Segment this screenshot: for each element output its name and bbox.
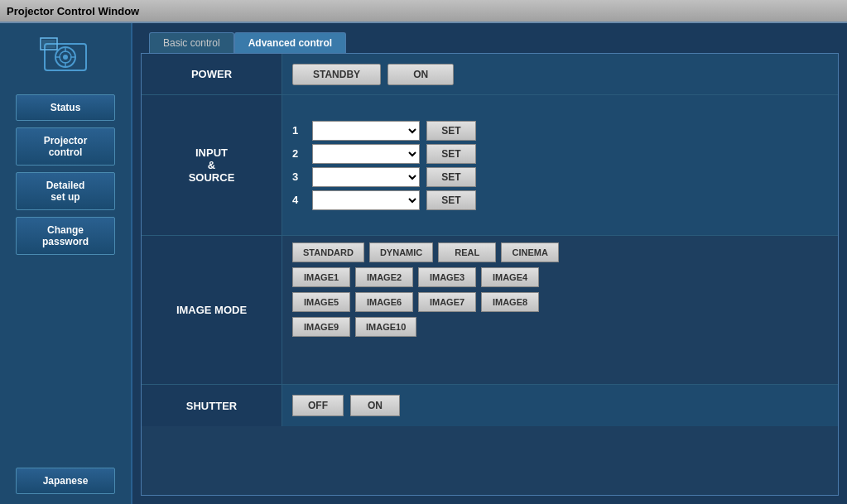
mode-image9-button[interactable]: IMAGE9 (292, 317, 350, 337)
tab-advanced-control[interactable]: Advanced control (234, 32, 346, 53)
mode-image6-button[interactable]: IMAGE6 (355, 292, 413, 312)
mode-image8-button[interactable]: IMAGE8 (481, 292, 539, 312)
logo-container (36, 31, 94, 81)
mode-real-button[interactable]: REAL (438, 242, 496, 262)
set-button-3[interactable]: SET (426, 167, 476, 187)
image-mode-content: STANDARD DYNAMIC REAL CINEMA IMAGE1 IMAG… (282, 236, 569, 384)
input-source-content: 1 SET 2 SET 3 SET 4 (282, 95, 838, 235)
tab-basic-control[interactable]: Basic control (149, 32, 234, 53)
shutter-row: SHUTTER OFF ON (142, 385, 838, 426)
sidebar: Status Projector control Detailed set up… (0, 23, 132, 504)
input-num-2: 2 (292, 147, 306, 160)
set-button-1[interactable]: SET (426, 121, 476, 141)
input-source-label: INPUT & SOURCE (142, 95, 282, 235)
set-button-2[interactable]: SET (426, 144, 476, 164)
input-row-2: 2 SET (292, 144, 828, 164)
image-mode-row-3: IMAGE5 IMAGE6 IMAGE7 IMAGE8 (292, 292, 559, 312)
sidebar-item-change-password[interactable]: Change password (16, 217, 115, 255)
window-title: Projector Control Window (7, 5, 139, 17)
input-select-2[interactable] (312, 144, 420, 164)
power-label: POWER (142, 54, 282, 94)
control-panel: POWER STANDBY ON INPUT & SOURCE 1 SET 2 (141, 53, 839, 496)
shutter-off-button[interactable]: OFF (292, 395, 344, 416)
mode-image5-button[interactable]: IMAGE5 (292, 292, 350, 312)
content-area: Basic control Advanced control POWER STA… (132, 23, 847, 504)
image-mode-row-4: IMAGE9 IMAGE10 (292, 317, 559, 337)
power-on-button[interactable]: ON (387, 64, 454, 85)
sidebar-item-status[interactable]: Status (16, 94, 115, 121)
image-mode-row: IMAGE MODE STANDARD DYNAMIC REAL CINEMA … (142, 236, 838, 385)
image-mode-row-2: IMAGE1 IMAGE2 IMAGE3 IMAGE4 (292, 267, 559, 287)
svg-point-3 (63, 55, 68, 60)
mode-standard-button[interactable]: STANDARD (292, 242, 364, 262)
input-select-3[interactable] (312, 167, 420, 187)
mode-image7-button[interactable]: IMAGE7 (418, 292, 476, 312)
standby-button[interactable]: STANDBY (292, 64, 381, 85)
mode-image3-button[interactable]: IMAGE3 (418, 267, 476, 287)
input-num-1: 1 (292, 124, 306, 137)
input-row-1: 1 SET (292, 121, 828, 141)
mode-image1-button[interactable]: IMAGE1 (292, 267, 350, 287)
mode-cinema-button[interactable]: CINEMA (501, 242, 559, 262)
power-content: STANDBY ON (282, 54, 838, 94)
tab-bar: Basic control Advanced control (132, 23, 847, 53)
shutter-content: OFF ON (282, 385, 838, 426)
input-select-4[interactable] (312, 190, 420, 210)
power-row: POWER STANDBY ON (142, 54, 838, 95)
mode-image4-button[interactable]: IMAGE4 (481, 267, 539, 287)
svg-rect-9 (42, 40, 55, 48)
image-mode-row-1: STANDARD DYNAMIC REAL CINEMA (292, 242, 559, 262)
sidebar-item-japanese[interactable]: Japanese (16, 468, 115, 494)
title-bar: Projector Control Window (0, 0, 847, 23)
shutter-on-button[interactable]: ON (350, 395, 400, 416)
mode-image10-button[interactable]: IMAGE10 (355, 317, 416, 337)
input-num-4: 4 (292, 194, 306, 206)
shutter-label: SHUTTER (142, 385, 282, 426)
image-mode-label: IMAGE MODE (142, 236, 282, 384)
projector-logo (36, 31, 94, 81)
input-select-1[interactable] (312, 121, 420, 141)
mode-image2-button[interactable]: IMAGE2 (355, 267, 413, 287)
input-row-4: 4 SET (292, 190, 828, 210)
input-row-3: 3 SET (292, 167, 828, 187)
sidebar-item-detailed-setup[interactable]: Detailed set up (16, 172, 115, 210)
input-source-row: INPUT & SOURCE 1 SET 2 SET 3 (142, 95, 838, 236)
mode-dynamic-button[interactable]: DYNAMIC (369, 242, 433, 262)
sidebar-item-projector-control[interactable]: Projector control (16, 127, 115, 166)
set-button-4[interactable]: SET (426, 190, 476, 210)
input-num-3: 3 (292, 170, 306, 183)
